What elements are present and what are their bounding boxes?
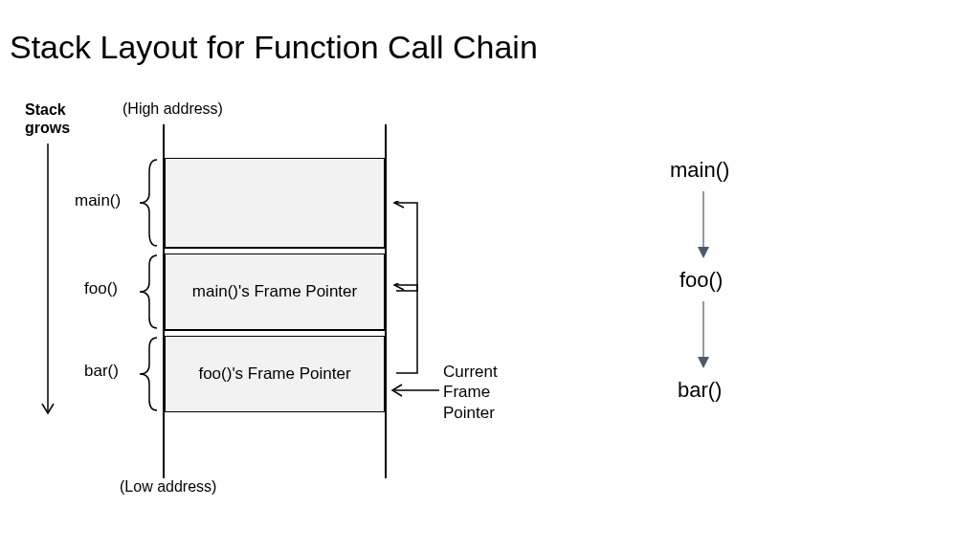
chain-bar: bar() (678, 378, 722, 403)
low-address-label: (Low address) (120, 478, 216, 496)
loopback-arrow-foo-icon (387, 283, 425, 379)
frame-bar-content: foo()'s Frame Pointer (198, 364, 350, 384)
chain-main: main() (670, 158, 729, 183)
chain-arrow-2-icon (694, 299, 713, 371)
frame-bar: foo()'s Frame Pointer (165, 336, 385, 412)
chain-foo: foo() (679, 268, 723, 293)
frame-separator-2 (165, 330, 385, 331)
svg-marker-5 (698, 357, 709, 368)
brace-bar-label: bar() (84, 362, 119, 381)
current-fp-label: Current Frame Pointer (443, 362, 498, 423)
svg-marker-3 (698, 247, 709, 258)
frame-separator-1 (165, 248, 385, 249)
brace-foo-icon (130, 253, 159, 330)
high-address-label: (High address) (122, 100, 223, 118)
brace-main-icon (130, 158, 159, 248)
chain-arrow-1-icon (694, 189, 713, 261)
current-fp-arrow-icon (387, 381, 444, 400)
frame-main (165, 158, 385, 248)
frame-foo: main()'s Frame Pointer (165, 253, 385, 330)
stack-grows-label: Stack grows (25, 100, 70, 137)
brace-main-label: main() (75, 191, 121, 210)
brace-bar-icon (130, 336, 159, 412)
page-title: Stack Layout for Function Call Chain (10, 29, 538, 66)
loopback-arrow-main-icon (387, 201, 425, 297)
frame-foo-content: main()'s Frame Pointer (192, 282, 357, 301)
brace-foo-label: foo() (84, 279, 118, 298)
stack-grows-arrow-icon (38, 143, 57, 421)
